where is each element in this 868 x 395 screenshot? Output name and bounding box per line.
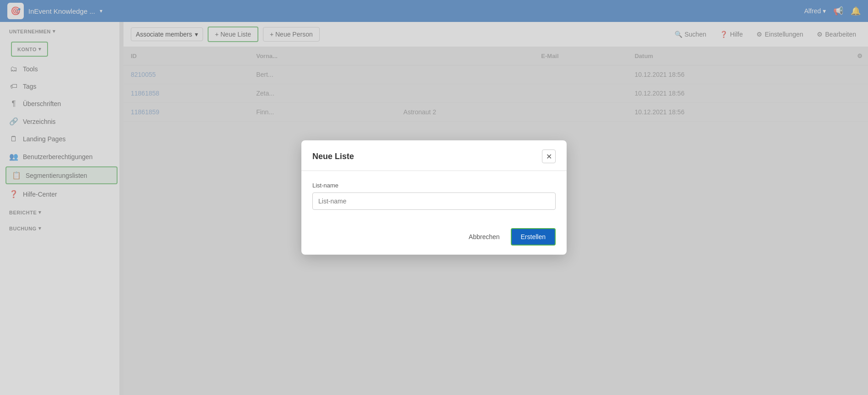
create-button[interactable]: Erstellen bbox=[511, 228, 556, 246]
list-name-input[interactable] bbox=[312, 192, 556, 210]
modal-footer: Abbrechen Erstellen bbox=[301, 221, 567, 255]
modal-header: Neue Liste ✕ bbox=[301, 140, 567, 171]
cancel-button[interactable]: Abbrechen bbox=[463, 230, 505, 244]
modal-overlay: Neue Liste ✕ List-name Abbrechen Erstell… bbox=[0, 0, 868, 395]
form-label: List-name bbox=[312, 182, 556, 189]
neue-liste-modal: Neue Liste ✕ List-name Abbrechen Erstell… bbox=[301, 140, 567, 255]
modal-close-button[interactable]: ✕ bbox=[542, 149, 556, 163]
modal-body: List-name bbox=[301, 171, 567, 221]
modal-title: Neue Liste bbox=[312, 152, 354, 161]
